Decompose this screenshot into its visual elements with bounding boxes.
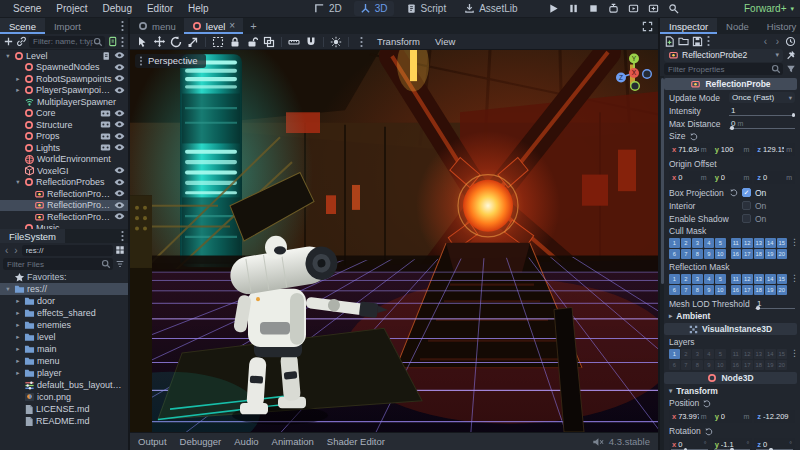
eye-icon[interactable]	[114, 51, 125, 61]
property-filter-input[interactable]	[664, 63, 783, 75]
layer-cell-14[interactable]: 14	[765, 274, 776, 284]
layer-cell-16[interactable]: 16	[731, 285, 742, 295]
size-vector-y-field[interactable]: y100m	[712, 143, 753, 156]
tab-history[interactable]: History	[758, 18, 800, 34]
fs-item-res[interactable]: ▾res://	[0, 283, 128, 295]
layer-cell-5[interactable]: 5	[715, 274, 726, 284]
stop-button[interactable]	[586, 2, 600, 16]
bottom-tab-output[interactable]: Output	[138, 436, 167, 447]
layer-cell-11[interactable]: 11	[731, 238, 742, 248]
tree-arrow-icon[interactable]: ▸	[14, 75, 22, 83]
layer-cell-13[interactable]: 13	[754, 238, 765, 248]
layer-cell-19[interactable]: 19	[765, 360, 776, 370]
layer-cell-4[interactable]: 4	[704, 349, 715, 359]
tab-filesystem[interactable]: FileSystem	[0, 229, 65, 243]
edited-object-select[interactable]: ReflectionProbe2 ▾	[664, 49, 783, 62]
scene-tab-level[interactable]: level×	[184, 18, 243, 34]
scene-tab-menu[interactable]: menu	[130, 18, 184, 34]
filesystem-options-icon[interactable]	[120, 230, 125, 242]
revert-icon[interactable]	[702, 399, 711, 408]
menu-debug[interactable]: Debug	[95, 2, 138, 15]
tree-arrow-icon[interactable]: ▸	[14, 321, 22, 329]
folder-open-icon[interactable]	[678, 36, 689, 46]
perspective-menu[interactable]: Perspective	[135, 54, 206, 68]
group-badge-icon[interactable]	[100, 120, 111, 129]
eye-icon[interactable]	[114, 86, 125, 95]
viewport-3d-scene[interactable]	[130, 50, 658, 432]
layer-cell-13[interactable]: 13	[754, 274, 765, 284]
rotate-button[interactable]	[168, 35, 184, 49]
layer-cell-3[interactable]: 3	[692, 238, 703, 248]
dots-v-icon[interactable]	[706, 35, 711, 47]
tree-arrow-icon[interactable]: ▸	[14, 86, 22, 94]
vi-icon[interactable]	[689, 325, 698, 334]
layer-cell-12[interactable]: 12	[742, 238, 753, 248]
search-icon[interactable]	[101, 259, 111, 269]
probe-icon[interactable]	[690, 79, 701, 89]
add-scene-tab-button[interactable]: +	[243, 20, 263, 32]
menu-help[interactable]: Help	[181, 2, 216, 15]
script-icon[interactable]	[101, 51, 111, 61]
scene-node-playerspawnpoints[interactable]: ▸PlayerSpawnpoints	[0, 85, 128, 97]
transform-menu[interactable]: Transform	[370, 36, 427, 47]
history-back-button[interactable]: ‹	[761, 35, 770, 48]
layer-cell-8[interactable]: 8	[692, 285, 703, 295]
layer-cell-2[interactable]: 2	[681, 349, 692, 359]
layer-cell-3[interactable]: 3	[692, 349, 703, 359]
layer-cell-9[interactable]: 9	[704, 360, 715, 370]
run-custom-scene-button[interactable]	[646, 2, 660, 16]
tree-arrow-icon[interactable]: ▸	[14, 357, 22, 365]
fs-item-main[interactable]: ▸main	[0, 343, 128, 355]
lock-button[interactable]	[227, 35, 243, 49]
layer-cell-18[interactable]: 18	[754, 360, 765, 370]
remote-debug-button[interactable]	[606, 2, 620, 16]
layer-cell-10[interactable]: 10	[715, 360, 726, 370]
section-visualinstance3d[interactable]: VisualInstance3D	[664, 323, 797, 335]
ruler-button[interactable]	[286, 35, 302, 49]
move-button[interactable]	[151, 35, 167, 49]
scene-node-reflectionprobe2[interactable]: ReflectionProbe2	[0, 200, 128, 212]
size-vector-x-field[interactable]: x71.634m	[669, 143, 710, 156]
expand-viewport-icon[interactable]	[642, 21, 653, 32]
scene-node-structure[interactable]: Structure	[0, 119, 128, 131]
eye-icon[interactable]	[114, 132, 125, 141]
layer-cell-17[interactable]: 17	[742, 285, 753, 295]
layer-cell-11[interactable]: 11	[731, 274, 742, 284]
layer-cell-6[interactable]: 6	[669, 285, 680, 295]
dock-options-icon[interactable]	[120, 20, 125, 32]
layer-cell-1[interactable]: 1	[669, 274, 680, 284]
position-vector-x-field[interactable]: x73.997m	[669, 410, 710, 423]
sun-button[interactable]	[328, 35, 344, 49]
origin-offset-vector-x-field[interactable]: x0m	[669, 171, 710, 184]
cursor-button[interactable]	[134, 35, 150, 49]
view-menu[interactable]: View	[428, 36, 462, 47]
path-field[interactable]	[22, 245, 113, 256]
mesh-lod-field[interactable]: 1	[755, 298, 795, 310]
bottom-tab-debugger[interactable]: Debugger	[180, 436, 222, 447]
file-filter-input[interactable]	[3, 258, 113, 270]
layer-cell-5[interactable]: 5	[715, 238, 726, 248]
save-icon[interactable]	[692, 36, 703, 47]
tree-arrow-icon[interactable]: ▾	[4, 52, 12, 60]
layer-cell-16[interactable]: 16	[731, 360, 742, 370]
fs-item-door[interactable]: ▸door	[0, 295, 128, 307]
eye-icon[interactable]	[114, 120, 125, 129]
tab-inspector[interactable]: Inspector	[660, 18, 717, 34]
scene-node-spawnednodes[interactable]: SpawnedNodes	[0, 62, 128, 74]
tree-arrow-icon[interactable]: ▸	[14, 297, 22, 305]
rotation-vector-z-field[interactable]: z0°	[754, 438, 795, 450]
layer-cell-15[interactable]: 15	[777, 238, 788, 248]
fs-item-effects-shared[interactable]: ▸effects_shared	[0, 307, 128, 319]
nav-back-button[interactable]: ‹	[3, 245, 10, 256]
origin-offset-vector-z-field[interactable]: z0m	[754, 171, 795, 184]
group-button[interactable]	[261, 35, 277, 49]
layer-cell-7[interactable]: 7	[681, 249, 692, 259]
fs-item-default-bus-layout-tres[interactable]: default_bus_layout.tres	[0, 379, 128, 391]
scale-button[interactable]	[185, 35, 201, 49]
menu-editor[interactable]: Editor	[140, 2, 180, 15]
pause-button[interactable]	[566, 2, 580, 16]
play-button[interactable]	[546, 2, 560, 16]
dots-v-button[interactable]	[353, 35, 369, 49]
section-transform[interactable]: ▾Transform	[669, 385, 795, 397]
eye-icon[interactable]	[114, 201, 125, 210]
